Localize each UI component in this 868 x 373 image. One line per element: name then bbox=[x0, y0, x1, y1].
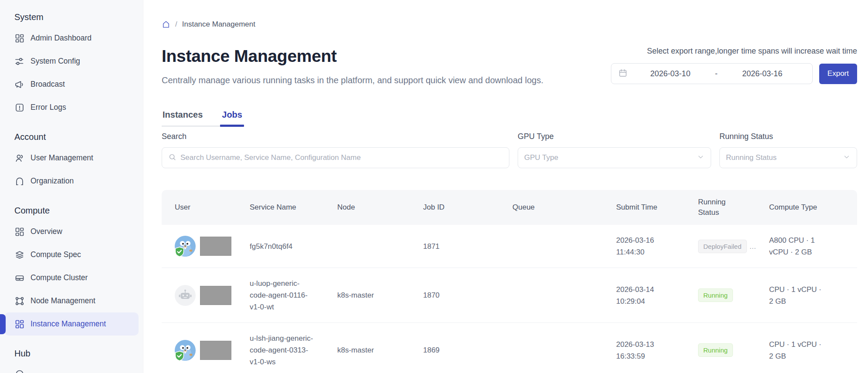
gopher-avatar bbox=[175, 236, 196, 257]
cell-job-id: 1870 bbox=[423, 289, 512, 301]
sidebar-item-label: Broadcast bbox=[31, 80, 65, 89]
calendar-icon bbox=[618, 68, 627, 79]
search-input[interactable] bbox=[180, 153, 503, 162]
export-button[interactable]: Export bbox=[819, 64, 857, 84]
hub-partial-icon bbox=[14, 370, 25, 373]
sidebar-item-organization[interactable]: Organization bbox=[4, 170, 139, 193]
tab-instances[interactable]: Instances bbox=[162, 110, 203, 125]
table-header: User Service Name Node Job ID Queue Subm… bbox=[162, 190, 857, 225]
cell-user bbox=[162, 285, 250, 306]
submit-clock: 16:33:59 bbox=[616, 350, 694, 362]
sidebar-item-user-management[interactable]: User Management bbox=[4, 146, 139, 170]
cell-submit-time: 2026-03-1316:33:59 bbox=[616, 339, 698, 362]
running-status-placeholder: Running Status bbox=[726, 153, 839, 162]
sidebar-item-error-logs[interactable]: Error Logs bbox=[4, 96, 139, 119]
cell-compute-type: A800 CPU · 1 vCPU · 2 GB bbox=[769, 234, 829, 258]
sidebar-item-label: System Config bbox=[31, 57, 80, 66]
sidebar-item-label: Overview bbox=[31, 227, 62, 236]
page-header: Instance Management Centrally manage var… bbox=[162, 47, 857, 85]
export-block: Select export range,longer time spans wi… bbox=[611, 47, 857, 85]
sidebar-item-compute-spec[interactable]: Compute Spec bbox=[4, 243, 139, 266]
filter-row: Search GPU Type GPU Type Running Status … bbox=[162, 132, 857, 168]
table-row: u-luop-generic-code-agent-0116-v1-0-wtk8… bbox=[162, 268, 857, 323]
gpu-type-placeholder: GPU Type bbox=[524, 153, 693, 162]
cell-submit-time: 2026-03-1611:44:30 bbox=[616, 234, 698, 258]
table-row: u-lsh-jiang-generic-code-agent-0313-v1-0… bbox=[162, 323, 857, 373]
sidebar-item-label: User Management bbox=[31, 153, 93, 163]
users-icon bbox=[14, 153, 25, 163]
status-badge: Running bbox=[698, 343, 733, 357]
error-icon bbox=[14, 102, 25, 113]
tab-bar: Instances Jobs bbox=[162, 110, 243, 127]
table-row: fg5k7n0tq6f418712026-03-1611:44:30Deploy… bbox=[162, 225, 857, 268]
breadcrumb: / Instance Management bbox=[162, 20, 857, 29]
sidebar-section-title: Account bbox=[0, 125, 143, 146]
search-box bbox=[162, 147, 509, 168]
col-submit-time: Submit Time bbox=[616, 202, 698, 213]
main-content: / Instance Management Instance Managemen… bbox=[143, 0, 868, 373]
submit-clock: 11:44:30 bbox=[616, 246, 694, 258]
sidebar-section-title: System bbox=[0, 5, 143, 27]
cell-node: k8s-master bbox=[337, 289, 423, 301]
col-compute-type: Compute Type bbox=[769, 202, 857, 213]
col-job-id: Job ID bbox=[423, 202, 512, 213]
redacted-username bbox=[200, 341, 231, 360]
sidebar-item-node-management[interactable]: Node Management bbox=[4, 289, 139, 312]
submit-clock: 10:29:04 bbox=[616, 295, 694, 307]
gpu-type-select[interactable]: GPU Type bbox=[518, 147, 711, 168]
sidebar-item-admin-dashboard[interactable]: Admin Dashboard bbox=[4, 27, 139, 50]
status-more-dots: … bbox=[749, 241, 757, 252]
sidebar-item-label: Node Management bbox=[31, 296, 95, 305]
sidebar-item-overview[interactable]: Overview bbox=[4, 220, 139, 243]
running-status-label: Running Status bbox=[719, 132, 857, 141]
date-end[interactable]: 2026-03-16 bbox=[719, 69, 805, 78]
sidebar-item-compute-cluster[interactable]: Compute Cluster bbox=[4, 266, 139, 289]
cell-job-id: 1869 bbox=[423, 344, 512, 356]
running-status-select[interactable]: Running Status bbox=[719, 147, 857, 168]
sidebar-item-label: Instance Management bbox=[31, 319, 106, 329]
date-separator: - bbox=[713, 69, 719, 78]
jobs-table: User Service Name Node Job ID Queue Subm… bbox=[162, 190, 857, 373]
sidebar-section-title: Hub bbox=[0, 342, 143, 363]
drive-icon bbox=[14, 273, 25, 283]
status-badge: DeployFailed bbox=[698, 240, 747, 253]
cell-service-name: fg5k7n0tq6f4 bbox=[250, 241, 322, 252]
search-label: Search bbox=[162, 132, 509, 141]
dashboard-icon bbox=[14, 319, 25, 329]
table-body: fg5k7n0tq6f418712026-03-1611:44:30Deploy… bbox=[162, 225, 857, 373]
date-range-picker[interactable]: 2026-03-10 - 2026-03-16 bbox=[611, 63, 813, 84]
home-arch-icon bbox=[14, 176, 25, 186]
nodes-icon bbox=[14, 296, 25, 306]
layers-icon bbox=[14, 250, 25, 260]
cell-node: k8s-master bbox=[337, 344, 423, 356]
sidebar-item-instance-management[interactable]: Instance Management bbox=[4, 312, 139, 336]
sidebar-item-label: Compute Cluster bbox=[31, 273, 88, 282]
export-hint: Select export range,longer time spans wi… bbox=[647, 47, 857, 56]
sidebar-item-system-config[interactable]: System Config bbox=[4, 50, 139, 73]
sliders-icon bbox=[14, 56, 25, 67]
submit-date: 2026-03-13 bbox=[616, 339, 694, 350]
status-badge: Running bbox=[698, 288, 733, 302]
sidebar: SystemAdmin DashboardSystem ConfigBroadc… bbox=[0, 0, 143, 373]
date-start[interactable]: 2026-03-10 bbox=[627, 69, 713, 78]
dashboard-icon bbox=[14, 33, 25, 44]
home-icon[interactable] bbox=[162, 20, 170, 29]
sidebar-item-item[interactable] bbox=[4, 363, 139, 373]
chevron-down-icon bbox=[843, 153, 851, 163]
search-icon bbox=[168, 153, 176, 163]
cell-running-status: Running bbox=[698, 288, 769, 302]
col-running-status: Running Status bbox=[698, 197, 769, 218]
sidebar-item-broadcast[interactable]: Broadcast bbox=[4, 73, 139, 96]
redacted-username bbox=[200, 237, 231, 256]
cell-service-name: u-lsh-jiang-generic-code-agent-0313-v1-0… bbox=[250, 332, 322, 368]
cell-running-status: DeployFailed… bbox=[698, 240, 769, 253]
submit-date: 2026-03-16 bbox=[616, 234, 694, 246]
gopher-avatar bbox=[175, 340, 196, 361]
chevron-down-icon bbox=[697, 153, 705, 163]
tab-jobs[interactable]: Jobs bbox=[221, 110, 243, 125]
cell-compute-type: CPU · 1 vCPU · 2 GB bbox=[769, 284, 829, 307]
redacted-username bbox=[200, 286, 231, 305]
sidebar-item-label: Error Logs bbox=[31, 103, 66, 112]
cell-submit-time: 2026-03-1410:29:04 bbox=[616, 284, 698, 307]
cell-user bbox=[162, 236, 250, 257]
